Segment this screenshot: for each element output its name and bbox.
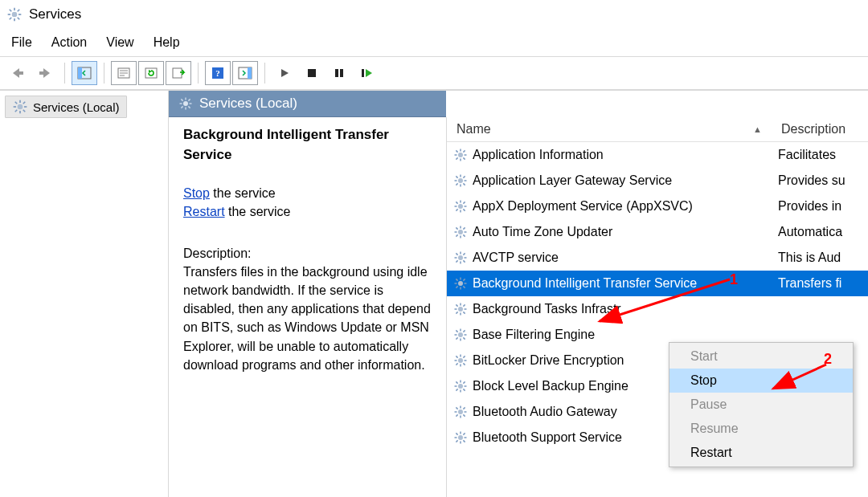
content-header-label: Services (Local) xyxy=(199,96,297,112)
restart-service-link[interactable]: Restart xyxy=(183,205,225,218)
stop-service-link[interactable]: Stop xyxy=(183,186,210,200)
refresh-button[interactable] xyxy=(138,61,164,85)
gear-icon xyxy=(453,251,468,265)
svg-point-81 xyxy=(458,255,463,260)
svg-line-70 xyxy=(456,209,457,210)
help-button[interactable]: ? xyxy=(205,61,231,85)
column-name[interactable]: Name ▲ xyxy=(447,117,772,141)
svg-line-124 xyxy=(456,363,457,365)
svg-line-115 xyxy=(456,337,457,339)
svg-line-149 xyxy=(456,433,457,434)
tree-node-label: Services (Local) xyxy=(33,100,120,114)
service-name: Application Layer Gateway Service xyxy=(473,173,672,188)
service-name: Base Filtering Engine xyxy=(473,328,595,342)
tree-node-services-local[interactable]: Services (Local) xyxy=(5,96,127,118)
service-name: Block Level Backup Engine xyxy=(473,379,628,393)
service-row[interactable]: Background Intelligent Transfer ServiceT… xyxy=(447,271,868,296)
service-row[interactable]: Application Layer Gateway ServiceProvide… xyxy=(447,168,868,194)
context-restart[interactable]: Restart xyxy=(669,441,853,465)
show-hide-console-tree-button[interactable] xyxy=(72,61,97,85)
service-row[interactable]: Application InformationFacilitates xyxy=(447,142,868,168)
service-row[interactable]: AVCTP serviceThis is Aud xyxy=(447,245,868,271)
svg-rect-18 xyxy=(173,68,182,78)
svg-line-34 xyxy=(15,110,18,112)
svg-point-99 xyxy=(458,307,463,312)
properties-button[interactable] xyxy=(111,61,137,85)
svg-line-116 xyxy=(463,330,465,332)
svg-line-105 xyxy=(463,312,465,313)
svg-point-117 xyxy=(458,358,463,363)
svg-line-42 xyxy=(188,106,190,108)
svg-point-135 xyxy=(458,409,463,414)
toolbar-separator xyxy=(264,63,265,84)
gear-icon xyxy=(453,225,468,239)
menu-action[interactable]: Action xyxy=(51,35,87,50)
svg-line-50 xyxy=(456,150,457,152)
service-name: BitLocker Drive Encryption xyxy=(473,353,624,368)
svg-line-106 xyxy=(456,312,457,313)
context-stop[interactable]: Stop xyxy=(669,369,853,393)
export-list-button[interactable] xyxy=(166,61,191,85)
svg-line-71 xyxy=(463,202,465,203)
start-service-button[interactable] xyxy=(272,61,297,85)
gear-icon xyxy=(453,173,468,188)
column-description[interactable]: Description xyxy=(772,117,868,141)
svg-line-35 xyxy=(23,102,26,104)
service-row[interactable]: AppX Deployment Service (AppXSVC)Provide… xyxy=(447,194,868,219)
forward-button[interactable] xyxy=(32,61,58,85)
column-description-label: Description xyxy=(781,122,845,136)
svg-line-51 xyxy=(463,157,465,159)
svg-line-107 xyxy=(463,304,465,306)
service-description: Automatica xyxy=(772,225,868,239)
text: the service xyxy=(210,186,276,200)
context-start[interactable]: Start xyxy=(669,344,853,369)
gear-icon xyxy=(453,430,468,445)
gear-icon xyxy=(178,96,193,111)
tree-pane: Services (Local) xyxy=(0,91,169,497)
sort-ascending-icon: ▲ xyxy=(753,124,762,134)
svg-rect-22 xyxy=(248,67,252,79)
svg-rect-26 xyxy=(362,69,364,77)
svg-line-142 xyxy=(456,414,457,416)
svg-point-0 xyxy=(12,12,18,18)
back-button[interactable] xyxy=(5,61,31,85)
show-hide-action-pane-button[interactable] xyxy=(232,61,258,85)
svg-line-89 xyxy=(463,253,465,255)
svg-point-144 xyxy=(458,435,463,440)
svg-line-141 xyxy=(463,414,465,416)
svg-line-61 xyxy=(456,183,457,185)
svg-line-69 xyxy=(463,209,465,210)
stop-service-button[interactable] xyxy=(299,61,325,85)
window-title: Services xyxy=(29,6,81,22)
description-text: Transfers files in the background using … xyxy=(183,263,432,374)
pause-service-button[interactable] xyxy=(326,61,352,85)
menu-help[interactable]: Help xyxy=(154,35,180,50)
context-menu: Start Stop Pause Resume Restart xyxy=(669,342,854,467)
svg-line-78 xyxy=(463,234,465,236)
svg-line-52 xyxy=(456,157,457,159)
gear-icon xyxy=(12,99,28,115)
gear-icon xyxy=(453,302,468,316)
restart-service-line: Restart the service xyxy=(183,202,432,221)
menu-file[interactable]: File xyxy=(11,35,32,50)
service-name: Bluetooth Audio Gateway xyxy=(473,405,617,419)
svg-line-125 xyxy=(463,356,465,357)
svg-rect-17 xyxy=(145,68,157,78)
menu-view[interactable]: View xyxy=(106,35,133,50)
service-row[interactable]: Auto Time Zone UpdaterAutomatica xyxy=(447,219,868,245)
svg-line-79 xyxy=(456,234,457,236)
service-row[interactable]: Background Tasks Infrastr xyxy=(447,296,868,322)
service-name: Background Intelligent Transfer Service xyxy=(473,276,697,291)
restart-service-button[interactable] xyxy=(354,61,379,85)
content-header: Services (Local) xyxy=(169,91,446,117)
svg-line-43 xyxy=(181,106,182,108)
svg-line-8 xyxy=(18,10,20,12)
svg-line-88 xyxy=(456,260,457,262)
titlebar: Services xyxy=(0,0,868,29)
svg-line-113 xyxy=(456,330,457,332)
svg-line-122 xyxy=(456,356,457,357)
svg-line-32 xyxy=(15,102,18,104)
svg-line-62 xyxy=(463,176,465,177)
context-pause[interactable]: Pause xyxy=(669,393,853,417)
context-resume[interactable]: Resume xyxy=(669,417,853,441)
